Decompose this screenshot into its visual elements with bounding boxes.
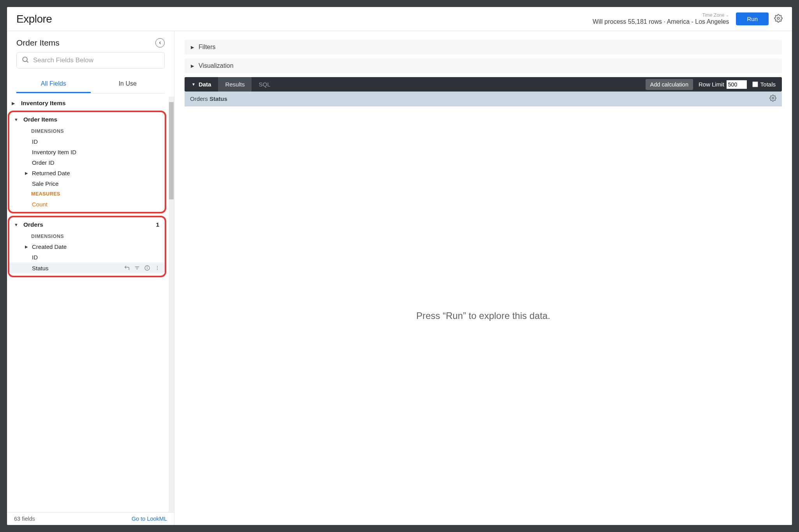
page-title: Explore [16, 13, 52, 25]
field-order-id[interactable]: ▶Order ID [9, 157, 165, 168]
svg-point-12 [772, 97, 774, 99]
view-orders[interactable]: ▼ Orders 1 [9, 218, 165, 231]
chevron-down-icon: ⌄ [726, 13, 729, 17]
filters-panel-header[interactable]: ▶ Filters [185, 40, 782, 55]
app-window: Explore Time Zone ⌄ Will process 55,181 … [7, 7, 792, 525]
field-count[interactable]: ▶Count [9, 199, 165, 210]
view-inventory-items[interactable]: ▶ Inventory Items [7, 97, 169, 110]
scrollbar-track[interactable] [169, 97, 174, 512]
totals-toggle[interactable]: Totals [752, 81, 782, 88]
settings-gear-icon[interactable] [774, 14, 783, 24]
search-input-wrap[interactable] [16, 52, 165, 69]
visualization-panel-header[interactable]: ▶ Visualization [185, 58, 782, 73]
field-count: 63 fields [14, 516, 35, 522]
info-icon[interactable] [144, 264, 151, 271]
run-button[interactable]: Run [736, 12, 769, 25]
fields-in-use-badge: 1 [156, 221, 161, 228]
data-bar: ▼ Data Results SQL Add calculation Row L… [185, 77, 782, 92]
tab-in-use[interactable]: In Use [91, 76, 165, 93]
svg-point-0 [777, 17, 780, 19]
pivot-icon[interactable] [123, 264, 130, 271]
tab-sql[interactable]: SQL [252, 77, 277, 92]
totals-checkbox[interactable] [752, 81, 758, 87]
dimensions-label: DIMENSIONS [9, 126, 165, 136]
go-to-lookml-link[interactable]: Go to LookML [132, 516, 167, 522]
field-id[interactable]: ▶ID [9, 136, 165, 147]
caret-right-icon: ▶ [25, 171, 30, 175]
field-picker-sidebar: Order Items All Fields In Use ▲ [7, 31, 174, 525]
view-label: Inventory Items [18, 100, 165, 107]
tab-all-fields[interactable]: All Fields [16, 76, 91, 93]
sidebar-footer: 63 fields Go to LookML [7, 512, 174, 525]
data-column-header[interactable]: Orders Status [185, 92, 782, 106]
svg-point-9 [157, 266, 158, 267]
filter-icon[interactable] [134, 264, 141, 271]
field-returned-date[interactable]: ▶Returned Date [9, 168, 165, 178]
filters-label: Filters [199, 44, 216, 51]
timezone-label: Time Zone [702, 13, 725, 18]
data-section-toggle[interactable]: ▼ Data [185, 77, 218, 92]
caret-right-icon: ▶ [12, 101, 18, 106]
run-prompt: Press “Run” to explore this data. [185, 106, 782, 525]
header-bar: Explore Time Zone ⌄ Will process 55,181 … [7, 7, 792, 31]
caret-down-icon: ▼ [14, 117, 20, 122]
caret-right-icon: ▶ [191, 63, 194, 69]
view-label: Order Items [20, 116, 161, 123]
field-inventory-item-id[interactable]: ▶Inventory Item ID [9, 147, 165, 157]
collapse-sidebar-button[interactable] [155, 38, 165, 48]
caret-right-icon: ▶ [25, 245, 30, 249]
field-sale-price[interactable]: ▶Sale Price [9, 178, 165, 189]
field-status[interactable]: ▶ Status [9, 262, 165, 273]
data-label: Data [199, 81, 211, 88]
row-limit-label: Row Limit [699, 81, 724, 88]
sidebar-title: Order Items [16, 38, 60, 48]
search-input[interactable] [33, 56, 160, 64]
caret-down-icon: ▼ [192, 82, 195, 86]
svg-point-1 [23, 57, 27, 62]
status-text: Will process 55,181 rows · America - Los… [593, 18, 729, 25]
visualization-label: Visualization [199, 62, 234, 69]
main-content: ▶ Filters ▶ Visualization ▼ Data Results… [174, 31, 792, 525]
search-icon [21, 56, 29, 65]
scrollbar-thumb[interactable] [169, 102, 174, 199]
tab-results[interactable]: Results [218, 77, 252, 92]
caret-down-icon: ▼ [14, 222, 20, 227]
measures-label: MEASURES [9, 189, 165, 199]
add-calculation-button[interactable]: Add calculation [646, 79, 693, 90]
svg-point-11 [157, 269, 158, 270]
caret-right-icon: ▶ [191, 45, 194, 50]
row-limit-input[interactable] [727, 80, 747, 89]
dimensions-label: DIMENSIONS [9, 231, 165, 241]
column-settings-gear-icon[interactable] [769, 95, 776, 103]
view-label: Orders [20, 221, 156, 228]
highlight-orders: ▼ Orders 1 DIMENSIONS ▶Created Date ▶ID … [8, 216, 166, 277]
field-orders-id[interactable]: ▶ID [9, 252, 165, 262]
highlight-order-items: ▼ Order Items DIMENSIONS ▶ID ▶Inventory … [8, 111, 166, 213]
timezone-selector[interactable]: Time Zone ⌄ [702, 13, 729, 18]
svg-point-10 [157, 268, 158, 268]
column-header-label: Orders Status [190, 95, 769, 102]
sidebar-tabs: All Fields In Use [16, 76, 165, 93]
svg-point-8 [147, 267, 148, 267]
svg-line-2 [27, 61, 28, 63]
field-created-date[interactable]: ▶Created Date [9, 241, 165, 252]
field-list-scroll: ▲ ▶ Inventory Items ▼ Order Items [7, 97, 174, 512]
header-status-block: Time Zone ⌄ Will process 55,181 rows · A… [593, 13, 729, 25]
totals-label: Totals [760, 81, 776, 88]
view-order-items[interactable]: ▼ Order Items [9, 113, 165, 126]
more-icon[interactable] [154, 264, 161, 271]
